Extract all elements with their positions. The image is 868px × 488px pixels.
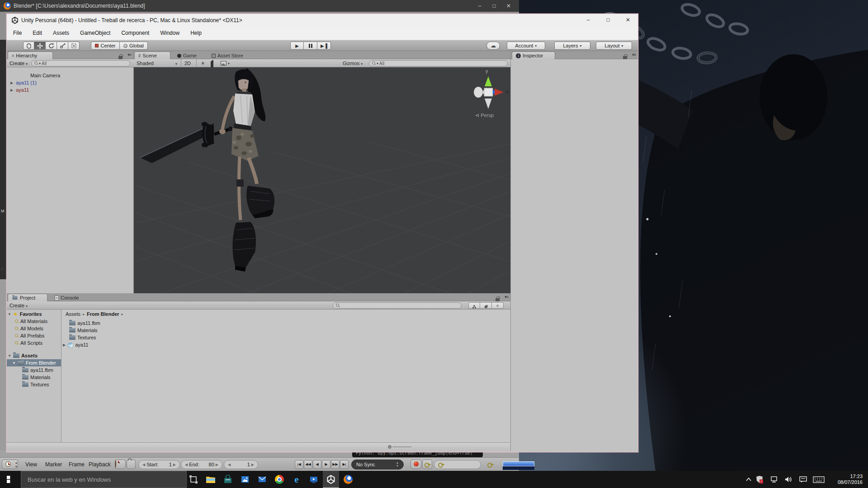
blender-titlebar[interactable]: Blender* [C:\Users\alexandra\Documents\a… xyxy=(0,0,519,12)
favorite-all-models[interactable]: All Models xyxy=(15,325,43,332)
hierarchy-search-input[interactable]: ▾ All xyxy=(31,60,130,66)
hierarchy-item-aya11-1[interactable]: ▶ aya11 (1) xyxy=(10,79,37,86)
tab-game[interactable]: Game xyxy=(177,52,197,59)
decrement-icon[interactable]: ◀ xyxy=(228,463,231,467)
jump-to-start-button[interactable]: |◀ xyxy=(295,460,303,469)
unity-minimize-button[interactable]: – xyxy=(578,14,598,26)
collapse-triangle-icon[interactable]: ▼ xyxy=(8,354,11,358)
menu-gameobject[interactable]: GameObject xyxy=(80,30,110,36)
hierarchy-create-button[interactable]: Create ▾ xyxy=(9,61,28,66)
file-materials[interactable]: Materials xyxy=(69,327,98,334)
tray-clock[interactable]: 17:23 08/07/2016 xyxy=(831,474,863,485)
lock-icon[interactable] xyxy=(118,56,123,59)
menu-component[interactable]: Component xyxy=(121,30,149,36)
editor-type-button[interactable]: ▲▼ xyxy=(2,460,18,469)
play-button[interactable]: ▶ xyxy=(290,42,304,50)
cloud-button[interactable]: ☁ xyxy=(486,42,500,50)
panel-menu-icon[interactable]: ▾≡ xyxy=(632,52,636,57)
task-view-button[interactable] xyxy=(188,474,199,485)
timeline-menu-marker[interactable]: Marker xyxy=(45,461,62,468)
perspective-toggle[interactable]: ⊲ Persp xyxy=(475,113,494,118)
favorites-root[interactable]: ▼ ★ Favorites xyxy=(8,310,42,318)
insert-keyframe-button[interactable] xyxy=(487,461,494,468)
move-tool-button[interactable] xyxy=(34,42,46,50)
collapse-triangle-icon[interactable]: ▼ xyxy=(12,361,16,365)
zoom-slider-track[interactable] xyxy=(392,446,411,447)
volume-tray-button[interactable] xyxy=(783,474,794,485)
menu-assets[interactable]: Assets xyxy=(53,30,69,36)
sync-mode-dropdown[interactable]: No Sync ▲▼ xyxy=(351,460,404,469)
breadcrumb-assets[interactable]: Assets xyxy=(66,311,80,317)
lighting-toggle-button[interactable]: ☀ xyxy=(201,61,205,66)
pan-tool-button[interactable] xyxy=(23,42,34,50)
jump-to-end-button[interactable]: ▶| xyxy=(340,460,349,469)
action-center-button[interactable] xyxy=(797,474,808,485)
edge-button[interactable]: e xyxy=(291,474,302,485)
menu-edit[interactable]: Edit xyxy=(33,30,42,36)
tree-materials[interactable]: Materials xyxy=(22,374,51,381)
increment-icon[interactable]: ▶ xyxy=(173,463,176,467)
file-aya11fbm[interactable]: aya11.fbm xyxy=(69,319,100,327)
panel-menu-icon[interactable]: ▾≡ xyxy=(127,52,131,57)
increment-icon[interactable]: ▶ xyxy=(216,463,218,467)
search-by-label-button[interactable] xyxy=(480,302,492,309)
tab-project[interactable]: Project xyxy=(8,294,47,301)
favorite-all-materials[interactable]: All Materials xyxy=(15,318,47,325)
unity-titlebar[interactable]: Unity Personal (64bit) - Untitled - Treb… xyxy=(7,14,638,26)
lock-toggle-button[interactable] xyxy=(127,460,136,469)
play-reverse-button[interactable]: ◀ xyxy=(313,460,321,469)
keying-set-field[interactable] xyxy=(434,460,481,469)
hierarchy-item-main-camera[interactable]: Main Camera xyxy=(30,72,60,79)
start-frame-field[interactable]: ◀ Start: 1 ▶ xyxy=(138,460,180,469)
lock-icon[interactable] xyxy=(495,298,500,301)
scene-search-input[interactable]: ▾ All xyxy=(369,60,508,66)
expand-triangle-icon[interactable]: ▶ xyxy=(10,88,13,92)
thumbnail-zoom-slider[interactable] xyxy=(388,445,392,449)
timeline-menu-frame[interactable]: Frame xyxy=(69,461,85,468)
blender-minimize-button[interactable]: – xyxy=(473,2,486,10)
tree-from-blender-selected[interactable]: ▼ From Blender xyxy=(7,359,61,366)
end-frame-field[interactable]: ◀ End: 80 ▶ xyxy=(181,460,222,469)
start-button[interactable] xyxy=(0,471,21,488)
increment-icon[interactable]: ▶ xyxy=(251,463,254,467)
search-by-type-button[interactable] xyxy=(468,302,480,309)
auto-keyframe-button[interactable] xyxy=(422,460,432,469)
chrome-button[interactable] xyxy=(274,474,285,485)
layout-dropdown[interactable]: Layout ▾ xyxy=(596,42,632,50)
scene-viewport[interactable]: y x ⊲ Persp xyxy=(134,67,510,293)
blender-maximize-button[interactable]: □ xyxy=(487,2,501,10)
menu-window[interactable]: Window xyxy=(160,30,179,36)
layers-dropdown[interactable]: Layers ▾ xyxy=(554,42,590,50)
rect-tool-button[interactable] xyxy=(68,42,80,50)
tab-asset-store[interactable]: Asset Store xyxy=(212,52,243,59)
panel-menu-icon[interactable]: ▾≡ xyxy=(505,295,508,299)
unity-close-button[interactable]: ✕ xyxy=(618,14,638,26)
taskbar-search-input[interactable]: Buscar en la web y en Windows xyxy=(21,471,187,488)
project-create-button[interactable]: Create ▾ xyxy=(9,303,28,308)
security-tray-button[interactable]: ! xyxy=(754,474,765,485)
pivot-global-button[interactable]: Global xyxy=(120,42,148,50)
menu-help[interactable]: Help xyxy=(190,30,202,36)
account-dropdown[interactable]: Account ▾ xyxy=(507,42,545,50)
effects-dropdown[interactable]: ▾ xyxy=(221,61,230,66)
blender-close-button[interactable]: ✕ xyxy=(502,2,515,10)
rotate-tool-button[interactable] xyxy=(46,42,57,50)
tab-scene[interactable]: # Scene xyxy=(134,52,170,59)
mail-button[interactable] xyxy=(257,474,268,485)
tray-expand-button[interactable] xyxy=(743,474,754,485)
tab-hierarchy[interactable]: ≡ Hierarchy xyxy=(8,52,53,59)
timeline-menu-playback[interactable]: Playback xyxy=(89,461,111,468)
decrement-icon[interactable]: ◀ xyxy=(185,463,188,467)
favorite-all-prefabs[interactable]: All Prefabs xyxy=(15,332,44,339)
tree-aya11fbm[interactable]: aya11.fbm xyxy=(22,366,53,374)
pause-button[interactable] xyxy=(304,42,317,50)
save-search-button[interactable]: ★ xyxy=(492,302,504,309)
touch-keyboard-button[interactable] xyxy=(812,474,826,485)
step-button[interactable]: ▶▐ xyxy=(317,42,331,50)
network-tray-button[interactable] xyxy=(769,474,779,485)
tab-console[interactable]: Console xyxy=(55,294,79,301)
breadcrumb-from-blender[interactable]: From Blender xyxy=(87,311,119,317)
file-aya11-prefab[interactable]: ▶ aya11 xyxy=(63,341,88,348)
previous-keyframe-button[interactable]: ◀◀ xyxy=(304,460,312,469)
2d-toggle-button[interactable]: 2D xyxy=(184,61,191,66)
